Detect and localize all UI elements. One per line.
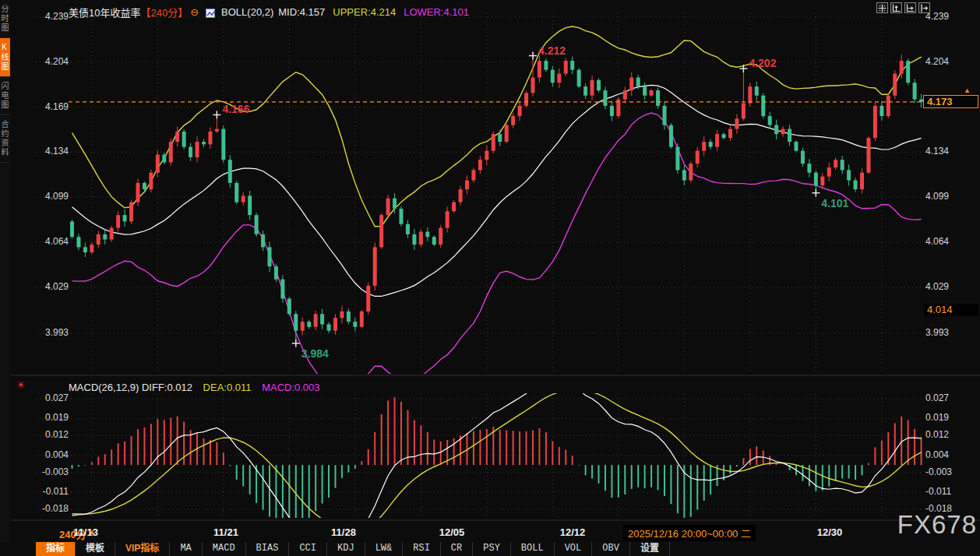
boll-upper-line (72, 26, 922, 227)
candle-body (452, 202, 456, 212)
toolbar-item-VIP指标[interactable]: VIP指标 (115, 542, 170, 556)
candle-body (893, 74, 897, 96)
toolbar-item-指标[interactable]: 指标 (36, 542, 76, 556)
candle-body (597, 80, 601, 90)
main-plot (70, 26, 923, 392)
date-label: 11/21 (213, 526, 238, 538)
candle-body (287, 298, 291, 314)
candle-body (847, 170, 851, 180)
main-chart-header: 美债10年收益率【240分】⊖BOLL(20,2)MID:4.157UPPER:… (69, 5, 469, 19)
chart-canvas[interactable]: 4.1664.2124.2023.9844.101 (0, 0, 980, 556)
candle-body (577, 70, 581, 86)
candle-body (742, 104, 746, 119)
candle-body (511, 116, 515, 125)
boll-lower-line (72, 113, 922, 392)
macd-plot (72, 381, 922, 539)
toolbar-item-BIAS[interactable]: BIAS (246, 542, 290, 556)
indicator-marker-icon[interactable]: ☀ (16, 379, 26, 391)
candle-body (709, 142, 713, 147)
candle-body (189, 147, 192, 157)
boll-label: BOLL(20,2) (221, 6, 273, 18)
date-label: 12/12 (560, 526, 586, 538)
candle-body (465, 181, 469, 190)
candle-body (531, 78, 535, 93)
candle-body (722, 134, 726, 138)
toolbar-item-BOLL[interactable]: BOLL (511, 542, 555, 556)
macd-axis-label: 0.004 (36, 449, 69, 460)
scale-vertical-icon[interactable] (890, 2, 902, 13)
boll-upper-value: UPPER:4.214 (333, 6, 396, 18)
date-label: 12/30 (817, 526, 843, 538)
candle-body (748, 86, 752, 103)
candle-body (866, 138, 870, 173)
crosshair-icon[interactable] (876, 2, 888, 13)
sidebar-tab-3[interactable]: 闪电图 (0, 77, 10, 115)
candle-body (314, 314, 318, 327)
candle-body (603, 90, 607, 106)
toolbar-item-设置[interactable]: 设置 (630, 542, 670, 556)
candle-body (696, 151, 700, 164)
candle-body (583, 86, 587, 96)
sidebar-tab-2[interactable]: K线图 (0, 38, 10, 77)
main-axis-label: 4.064 (36, 236, 69, 247)
candle-body (406, 224, 410, 234)
sidebar-tab-1[interactable]: 分时图 (0, 0, 10, 38)
candle-body (564, 61, 568, 74)
candle-body (557, 74, 561, 83)
candle-body (880, 106, 883, 116)
toolbar-item-MACD[interactable]: MACD (203, 542, 246, 556)
pan-right-icon[interactable] (918, 2, 930, 13)
toolbar-item-VOL[interactable]: VOL (555, 542, 593, 556)
candle-body (814, 173, 818, 186)
candle-body (728, 129, 732, 139)
main-axis-label: 4.064 (925, 236, 949, 247)
candle-body (425, 232, 429, 238)
toolbar-item-模板[interactable]: 模板 (76, 542, 115, 556)
period-label: 【240分】 (140, 7, 188, 19)
main-axis-label: 4.239 (36, 11, 69, 22)
main-axis-label: 4.029 (36, 281, 69, 292)
toolbar-item-OBV[interactable]: OBV (592, 542, 630, 556)
sidebar-tab-4[interactable]: 合约资料 (0, 115, 10, 163)
main-axis-label: 4.169 (36, 101, 69, 112)
candle-body (492, 134, 495, 150)
main-axis-label: 4.204 (925, 56, 949, 67)
candle-body (143, 183, 146, 189)
candle-body (294, 314, 298, 330)
toolbar-item-LW&[interactable]: LW& (365, 542, 404, 556)
macd-axis-label: 0.027 (36, 392, 69, 403)
indicator-chart-icon[interactable] (206, 9, 215, 18)
candle-body (412, 234, 416, 245)
macd-axis-label: -0.011 (36, 486, 69, 497)
reference-price-tag: 4.014 (924, 304, 978, 316)
diff-line (72, 381, 922, 539)
price-annotation: 4.202 (739, 57, 776, 72)
main-axis-label: 4.204 (36, 56, 69, 67)
candle-body (156, 155, 160, 173)
collapse-indicator-icon[interactable]: ⊖ (190, 6, 199, 18)
candle-body (386, 199, 390, 215)
candle-body (478, 160, 482, 170)
candle-body (149, 173, 153, 189)
toolbar-item-MA[interactable]: MA (170, 542, 202, 556)
candle-body (76, 237, 80, 247)
macd-title: MACD(26,12,9) (69, 382, 139, 393)
candle-body (320, 314, 324, 324)
candle-body (274, 266, 278, 280)
candle-body (590, 80, 594, 96)
candle-body (248, 195, 252, 215)
svg-text:3.984: 3.984 (301, 347, 329, 360)
candle-body (675, 147, 679, 171)
toolbar-item-PSY[interactable]: PSY (473, 542, 511, 556)
candle-body (623, 90, 627, 100)
toolbar-item-RSI[interactable]: RSI (403, 542, 441, 556)
candle-body (340, 311, 344, 318)
candle-body (182, 132, 186, 147)
toolbar-item-CR[interactable]: CR (441, 542, 473, 556)
scale-horizontal-icon[interactable] (904, 2, 916, 13)
candle-body (656, 90, 660, 106)
candle-body (485, 151, 488, 160)
toolbar-item-KDJ[interactable]: KDJ (327, 542, 365, 556)
symbol-title: 美债10年收益率 (69, 7, 140, 19)
toolbar-item-CCI[interactable]: CCI (289, 542, 327, 556)
